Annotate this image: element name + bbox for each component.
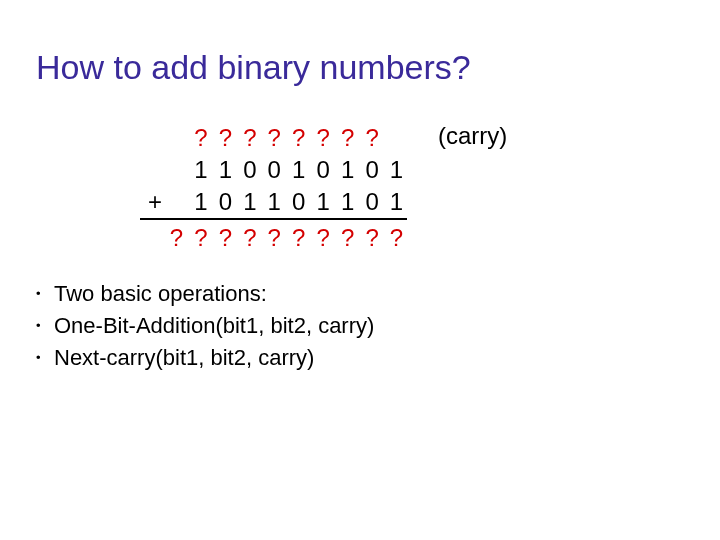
bullet-text: Next-carry(bit1, bit2, carry)	[54, 345, 314, 370]
binary-addition-block: ? ? ? ? ? ? ? ? 1 1 0 0 1 0 1 0 1 +	[140, 122, 407, 254]
slide-title: How to add binary numbers?	[36, 48, 471, 87]
operand-digit: 0	[240, 154, 260, 186]
carry-digit: ?	[289, 122, 309, 154]
slide: How to add binary numbers? ? ? ? ? ? ? ?…	[0, 0, 720, 540]
operand-digit: 0	[362, 154, 382, 186]
carry-digit: ?	[338, 122, 358, 154]
result-digit: ?	[362, 222, 382, 254]
carry-digit: ?	[264, 122, 284, 154]
bullet-item: •Next-carry(bit1, bit2, carry)	[36, 344, 374, 372]
result-digit: ?	[289, 222, 309, 254]
operand-digit: 1	[191, 186, 211, 218]
operand-digit: 0	[289, 186, 309, 218]
carry-label: (carry)	[438, 122, 507, 150]
operand-digit: 1	[191, 154, 211, 186]
operand-digit: 1	[338, 186, 358, 218]
carry-digit: ?	[240, 122, 260, 154]
operand-row-1: 1 1 0 0 1 0 1 0 1	[140, 154, 407, 186]
bullet-text: One-Bit-Addition(bit1, bit2, carry)	[54, 313, 374, 338]
operand-digit: 0	[313, 154, 333, 186]
result-digit: ?	[338, 222, 358, 254]
result-digit: ?	[166, 222, 186, 254]
carry-digit: ?	[362, 122, 382, 154]
plus-sign: +	[140, 186, 162, 218]
result-digit: ?	[240, 222, 260, 254]
bullet-dot-icon: •	[36, 312, 54, 340]
carry-digit: ?	[313, 122, 333, 154]
operand-digit: 0	[362, 186, 382, 218]
result-digit: ?	[215, 222, 235, 254]
operand-digit: 1	[338, 154, 358, 186]
result-digit: ?	[264, 222, 284, 254]
operand-row-2: + 1 0 1 1 0 1 1 0 1	[140, 186, 407, 220]
result-digit: ?	[191, 222, 211, 254]
bullet-list: •Two basic operations: •One-Bit-Addition…	[36, 280, 374, 376]
operand-digit: 1	[313, 186, 333, 218]
operand-digit: 1	[240, 186, 260, 218]
carry-digit: ?	[215, 122, 235, 154]
bullet-item: •One-Bit-Addition(bit1, bit2, carry)	[36, 312, 374, 340]
carry-digit: ?	[191, 122, 211, 154]
bullet-item: •Two basic operations:	[36, 280, 374, 308]
bullet-text: Two basic operations:	[54, 281, 267, 306]
operand-digit: 1	[264, 186, 284, 218]
bullet-dot-icon: •	[36, 344, 54, 372]
result-row: ? ? ? ? ? ? ? ? ? ?	[140, 222, 407, 254]
operand-digit: 1	[387, 154, 407, 186]
result-digit: ?	[313, 222, 333, 254]
operand-digit: 1	[215, 154, 235, 186]
operand-digit: 0	[264, 154, 284, 186]
operand-digit: 1	[289, 154, 309, 186]
result-digit: ?	[387, 222, 407, 254]
bullet-dot-icon: •	[36, 280, 54, 308]
operand-digit: 0	[215, 186, 235, 218]
carry-row: ? ? ? ? ? ? ? ?	[140, 122, 407, 154]
operand-digit: 1	[387, 186, 407, 218]
